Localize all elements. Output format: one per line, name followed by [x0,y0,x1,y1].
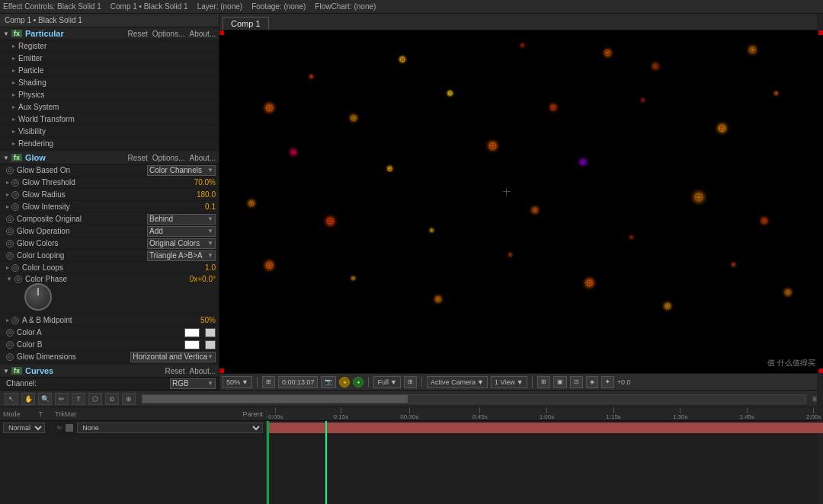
left-panel-content[interactable]: ▼ fx Particular Reset Options... About..… [0,27,219,390]
tool-hand[interactable]: ✋ [21,393,35,405]
curves-section-header[interactable]: ▼ fx Curves Reset About... [0,365,219,378]
particular-collapse-arrow[interactable]: ▼ [3,30,9,37]
glow-threshold-row[interactable]: ▸ ⊙ Glow Threshold 70.0% [0,177,219,189]
visibility-arrow: ▸ [12,128,15,135]
glow-colors-dropdown[interactable]: Original Colors ▼ [147,238,216,249]
particular-section-header[interactable]: ▼ fx Particular Reset Options... About..… [0,27,219,40]
curves-channel-dropdown[interactable]: RGB ▼ [170,378,216,389]
camera-dropdown[interactable]: Active Camera ▼ [427,376,488,388]
tool-light[interactable]: ⊕ [122,393,136,405]
color-loops-row[interactable]: ▸ ⊙ Color Loops 1.0 [0,262,219,274]
section-item-emitter[interactable]: ▸ Emitter [0,53,219,65]
glow-intensity-value[interactable]: 0.1 [205,203,216,211]
glow-operation-row[interactable]: ⊙ Glow Operation Add ▼ [0,225,219,238]
camera-icon-btn[interactable]: 📷 [321,376,336,388]
tool-pen[interactable]: ✏ [55,393,69,405]
glow-collapse-arrow[interactable]: ▼ [3,155,9,161]
view-btn-1[interactable]: ⊞ [537,376,550,388]
glow-about[interactable]: About... [190,154,216,162]
color-b-swatch-main[interactable] [184,340,200,349]
color-phase-row[interactable]: ▼ ⊙ Color Phase 0x+0.0° [0,274,219,314]
ab-midpoint-value[interactable]: 50% [200,316,216,324]
layer-parent-select[interactable]: None [77,423,263,433]
layer-row-1[interactable]: Normal fx None [0,421,266,435]
particle-32 [786,291,789,294]
ab-midpoint-row[interactable]: ▸ ⊙ A & B Midpoint 50% [0,314,219,327]
ruler-label-200: 2:00s [806,413,821,420]
playhead[interactable] [325,421,327,504]
particular-reset[interactable]: Reset [128,30,148,38]
fit-btn[interactable]: ⊞ [262,376,275,388]
quality-value: Full [377,378,389,386]
curves-collapse-arrow[interactable]: ▼ [3,368,9,375]
particle-17 [581,161,584,164]
timeline-progress-bar [142,394,806,404]
zoom-dropdown[interactable]: 50% ▼ [223,376,252,388]
section-item-auxsystem[interactable]: ▸ Aux System [0,101,219,113]
composite-original-row[interactable]: ⊙ Composite Original Behind ▼ [0,213,219,225]
view-btn-5[interactable]: ✦ [601,376,614,388]
color-phase-value[interactable]: 0x+0.0° [190,275,216,283]
glow-dimensions-dropdown[interactable]: Horizontal and Vertica ▼ [130,352,216,362]
view-dropdown[interactable]: 1 View ▼ [491,376,527,388]
viewer-tab-comp1[interactable]: Comp 1 [223,17,269,30]
timecode-btn[interactable]: 0:00:13:07 [278,376,319,388]
glow-threshold-icon: ⊙ [11,179,19,187]
composite-original-dropdown[interactable]: Behind ▼ [147,214,216,225]
glow-based-on-row[interactable]: ⊙ Glow Based On Color Channels ▼ [0,164,219,177]
view-btn-3[interactable]: ⊡ [570,376,583,388]
color-b-swatches [184,340,216,349]
glow-operation-dropdown[interactable]: Add ▼ [147,226,216,237]
timeline-tracks[interactable] [267,421,823,504]
color-a-swatch-main[interactable] [184,328,200,337]
section-item-physics[interactable]: ▸ Physics [0,89,219,101]
glow-threshold-value[interactable]: 70.0% [194,178,216,187]
tool-camera[interactable]: ⊙ [105,393,119,405]
curves-channel-row[interactable]: Channel: RGB ▼ [0,378,219,390]
glow-radius-value[interactable]: 180.0 [197,190,216,199]
view-btn-2[interactable]: ▣ [553,376,567,388]
glow-colors-label: Glow Colors [17,239,147,247]
particle-2 [401,58,404,61]
tool-select[interactable]: ↖ [5,393,18,405]
particular-options[interactable]: Options... [152,30,185,38]
color-a-swatch-alt[interactable] [205,328,216,337]
curves-about[interactable]: About... [190,367,216,375]
section-item-register[interactable]: ▸ Register [0,40,219,53]
particular-about[interactable]: About... [190,30,216,38]
color-b-row[interactable]: ⊙ Color B [0,339,219,351]
section-item-visibility[interactable]: ▸ Visibility [0,126,219,138]
tool-shape[interactable]: ⬡ [88,393,102,405]
glow-fx-badge: fx [11,154,22,161]
color-phase-collapse-arrow[interactable]: ▼ [6,276,12,282]
color-looping-row[interactable]: ⊙ Color Looping Triangle A>B>A ▼ [0,250,219,262]
section-item-rendering[interactable]: ▸ Rendering [0,138,219,150]
grid-btn[interactable]: ⊞ [404,376,417,388]
curves-reset[interactable]: Reset [165,367,184,375]
glow-radius-row[interactable]: ▸ ⊙ Glow Radius 180.0 [0,189,219,201]
glow-colors-row[interactable]: ⊙ Glow Colors Original Colors ▼ [0,238,219,250]
color-looping-dropdown[interactable]: Triangle A>B>A ▼ [147,250,216,261]
section-item-particle[interactable]: ▸ Particle [0,65,219,77]
glow-based-on-dropdown[interactable]: Color Channels ▼ [147,165,216,176]
layer-mode-select[interactable]: Normal [3,423,45,433]
color-phase-dial[interactable] [24,283,52,311]
section-item-shading[interactable]: ▸ Shading [0,77,219,89]
section-item-worldtransform[interactable]: ▸ World Transform [0,113,219,126]
glow-intensity-row[interactable]: ▸ ⊙ Glow Intensity 0.1 [0,201,219,213]
view-btn-4[interactable]: ◈ [586,376,598,388]
color-a-row[interactable]: ⊙ Color A [0,327,219,339]
glow-actions: Reset Options... About... [128,154,216,162]
tool-text[interactable]: T [72,393,85,405]
color-b-swatch-alt[interactable] [205,340,216,349]
glow-reset[interactable]: Reset [128,154,148,162]
tool-zoom[interactable]: 🔍 [38,393,52,405]
glow-dimensions-row[interactable]: ⊙ Glow Dimensions Horizontal and Vertica… [0,351,219,363]
glow-colors-arrow: ▼ [207,240,213,247]
glow-options[interactable]: Options... [152,154,185,162]
glow-section-header[interactable]: ▼ fx Glow Reset Options... About... [0,152,219,164]
color-loops-value[interactable]: 1.0 [205,263,216,272]
view-value: 1 View [495,378,515,386]
quality-dropdown[interactable]: Full ▼ [373,376,400,388]
ruler-line-30 [409,407,410,413]
